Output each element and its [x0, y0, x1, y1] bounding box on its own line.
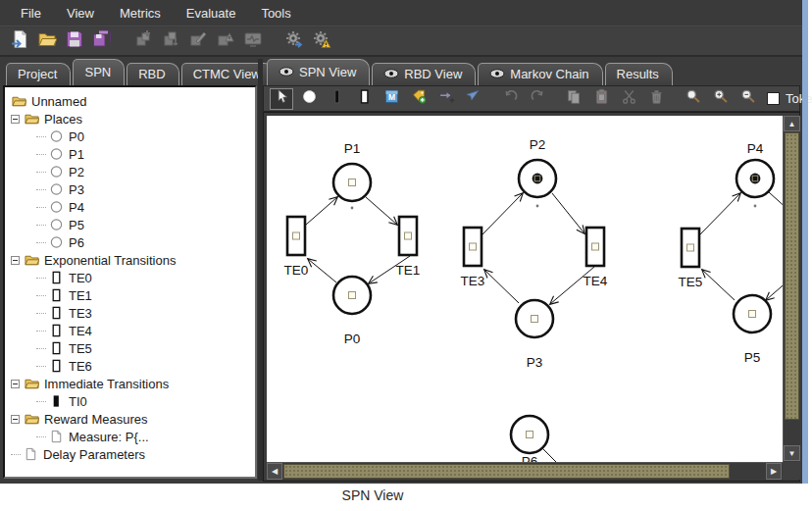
tree-item-p1[interactable]: P1	[9, 145, 255, 163]
tab-spn[interactable]: SPN	[73, 59, 125, 85]
place-icon	[48, 218, 64, 231]
exponential-transition-tool-button[interactable]	[352, 88, 376, 110]
tree-item-te3[interactable]: TE3	[9, 304, 255, 322]
scroll-up-button[interactable]: ▲	[784, 116, 800, 131]
arc[interactable]	[552, 193, 584, 233]
copy-button	[562, 88, 585, 110]
zoom-out-button[interactable]	[736, 88, 759, 110]
pointer-tool-button[interactable]	[462, 88, 485, 110]
arc[interactable]	[766, 281, 783, 300]
tree-item-p2[interactable]: P2	[9, 163, 255, 180]
tree-item-p4[interactable]: P4	[9, 198, 255, 216]
menu-tools[interactable]: Tools	[248, 1, 303, 26]
tree-item-p3[interactable]: P3	[9, 180, 255, 198]
evaluation-warning-button[interactable]	[309, 28, 334, 54]
menu-evaluate[interactable]: Evaluate	[174, 1, 249, 26]
save-as-icon	[92, 29, 112, 53]
tree-item-p5[interactable]: P5	[9, 216, 255, 233]
tree-item-unnamed[interactable]: Unnamed	[9, 92, 255, 110]
zoom-reset-button[interactable]	[681, 88, 704, 110]
horizontal-scrollbar[interactable]: ◀ ▶	[267, 462, 783, 480]
tree-item-te5[interactable]: TE5	[9, 339, 255, 357]
arc[interactable]	[306, 197, 337, 225]
tree-connector	[36, 154, 46, 155]
tree-item-te1[interactable]: TE1	[9, 286, 255, 304]
tree-item-te6[interactable]: TE6	[9, 357, 255, 375]
open-project-button[interactable]	[34, 28, 60, 54]
scroll-left-button[interactable]: ◀	[267, 463, 282, 480]
scroll-right-button[interactable]: ▶	[766, 463, 782, 480]
arc[interactable]	[769, 192, 783, 210]
tree-item-immediate-transitions[interactable]: Immediate Transitions	[9, 375, 255, 392]
new-file-button[interactable]	[7, 28, 32, 54]
undo-button	[498, 88, 522, 110]
tree-connector	[36, 207, 46, 208]
measure-tool-button[interactable]: M	[380, 88, 403, 110]
add-definition-tool-button[interactable]	[407, 88, 431, 110]
expand-collapse-handle[interactable]	[11, 256, 20, 265]
petri-net-canvas[interactable]: TE0TE1TE3TE4TE5P1P0P2P3P4P5P6	[267, 116, 783, 462]
view-tab-rbd-view[interactable]: RBD View	[372, 63, 476, 85]
measure-m-icon: M	[383, 88, 400, 109]
blue-pointer-icon	[466, 88, 482, 109]
drawing-tool-buttons: M	[268, 88, 761, 110]
save-button[interactable]	[62, 28, 87, 54]
tab-project[interactable]: Project	[6, 63, 71, 85]
menu-view[interactable]: View	[54, 1, 107, 26]
tree-item-te4[interactable]: TE4	[9, 322, 255, 339]
arc[interactable]	[308, 259, 336, 282]
arc[interactable]	[700, 193, 740, 234]
arc[interactable]	[366, 197, 397, 225]
view-tab-markov-chain[interactable]: Markov Chain	[478, 63, 602, 85]
arc[interactable]	[702, 270, 735, 300]
tab-rbd[interactable]: RBD	[127, 63, 178, 85]
drawing-toolbar: M Tokengame	[263, 85, 800, 112]
arc[interactable]	[482, 193, 523, 234]
arc[interactable]	[542, 448, 565, 462]
run-evaluation-button[interactable]	[281, 28, 307, 54]
exp-trans-icon	[356, 88, 373, 109]
horizontal-scroll-thumb[interactable]	[283, 464, 730, 479]
expand-collapse-handle[interactable]	[11, 415, 20, 424]
tree-item-p0[interactable]: P0	[9, 128, 255, 145]
arc-tool-button[interactable]	[434, 88, 458, 110]
scroll-down-button[interactable]: ▼	[784, 445, 800, 461]
place-handle	[349, 292, 356, 299]
view-tab-spn-view[interactable]: SPN View	[267, 59, 370, 85]
tree-item-measure-p[interactable]: Measure: P{...	[9, 428, 255, 445]
menu-bar: FileViewMetricsEvaluateTools	[0, 0, 802, 26]
expand-collapse-handle[interactable]	[11, 115, 20, 124]
tokengame-checkbox[interactable]	[767, 92, 780, 105]
add-submodel-icon	[133, 29, 153, 53]
zoom-in-button[interactable]	[708, 88, 732, 110]
tree-item-exponential-transitions[interactable]: Exponential Transitions	[9, 251, 255, 269]
tree-item-reward-measures[interactable]: Reward Measures	[9, 410, 255, 428]
vertical-scroll-thumb[interactable]	[785, 132, 799, 420]
expand-collapse-handle[interactable]	[11, 380, 20, 388]
vertical-scrollbar[interactable]: ▲ ▼	[783, 116, 800, 462]
tree-item-delay-parameters[interactable]: Delay Parameters	[9, 445, 255, 463]
tree-item-label: TE6	[69, 359, 92, 374]
tree-item-p6[interactable]: P6	[9, 233, 255, 251]
view-tab-results[interactable]: Results	[605, 63, 673, 85]
place-tool-button[interactable]	[297, 88, 321, 110]
menu-file[interactable]: File	[8, 1, 54, 26]
immediate-transition-tool-button[interactable]	[325, 88, 348, 110]
remove-submodel-icon	[161, 29, 180, 53]
tree-item-label: P4	[69, 200, 84, 215]
tree-connector	[36, 401, 46, 402]
transition-label: TE0	[284, 263, 309, 278]
application-window: FileViewMetricsEvaluateTools ProjectSPNR…	[0, 0, 802, 484]
select-tool-button[interactable]	[270, 88, 293, 110]
transition-handle	[293, 232, 300, 239]
tag-plus-icon	[411, 88, 428, 109]
place-label: P2	[530, 137, 546, 152]
tree-item-ti0[interactable]: TI0	[9, 392, 255, 410]
save-as-button[interactable]	[89, 28, 115, 54]
arc[interactable]	[484, 270, 519, 303]
place-icon	[48, 235, 64, 249]
tree-item-te0[interactable]: TE0	[9, 269, 255, 286]
tree-item-places[interactable]: Places	[9, 110, 255, 128]
menu-metrics[interactable]: Metrics	[107, 1, 174, 26]
folder-open-icon	[24, 412, 39, 426]
